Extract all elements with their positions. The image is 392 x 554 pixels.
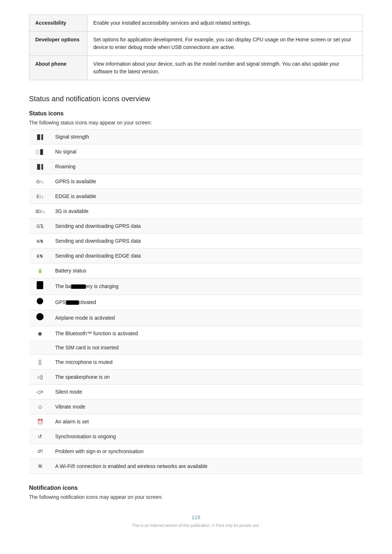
status-icon-row: ░▐▌ No signal xyxy=(29,144,363,159)
airplane-mode-icon xyxy=(29,310,51,326)
section-title: Status and notification icons overview xyxy=(29,95,363,103)
status-icon-label: Sending and downloading GPRS data xyxy=(51,219,363,234)
status-icon-label: The Bluetooth™ function is activated xyxy=(51,326,363,341)
sim-not-inserted-icon xyxy=(29,341,51,355)
status-icon-label: The SIM card is not inserted xyxy=(51,341,363,355)
status-icon-row: 3G↑↓ 3G is available xyxy=(29,204,363,219)
page-number: 119 xyxy=(29,514,363,520)
status-icon-label: A Wi-Fi® connection is enabled and wirel… xyxy=(51,459,363,474)
signal-strength-icon: ▐▌▌ xyxy=(29,130,51,144)
notification-icons-subtitle: Notification icons xyxy=(29,485,363,491)
status-icon-row: ◇ Vibrate mode xyxy=(29,399,363,414)
status-icon-label: Battery status xyxy=(51,263,363,278)
status-icon-row: ▐▌▌ Signal strength xyxy=(29,130,363,144)
status-icon-row: ⏰ An alarm is set xyxy=(29,414,363,429)
status-icon-row: ≋ A Wi-Fi® connection is enabled and wir… xyxy=(29,459,363,474)
settings-row: Accessibility Enable your installed acce… xyxy=(29,15,363,32)
status-icon-row: G⇅ Sending and downloading GPRS data xyxy=(29,234,363,249)
status-icon-row: 🔋 Battery status xyxy=(29,263,363,278)
status-icons-subtitle: Status icons xyxy=(29,110,363,117)
status-icon-label: GPRS is available xyxy=(51,174,363,189)
status-icon-label: The microphone is muted xyxy=(51,355,363,370)
status-icon-label: Signal strength xyxy=(51,130,363,144)
status-icons-table: ▐▌▌ Signal strength ░▐▌ No signal ▐▌▌ Ro… xyxy=(29,129,363,474)
status-icon-label: Sending and downloading GPRS data xyxy=(51,234,363,249)
status-icon-row: G⇅ Sending and downloading GPRS data xyxy=(29,219,363,234)
alarm-set-icon: ⏰ xyxy=(29,414,51,429)
notification-icons-section: Notification icons The following notific… xyxy=(29,485,363,500)
status-icon-row: ↺! Problem with sign-in or synchronisati… xyxy=(29,444,363,459)
status-icon-label: The baery is charging xyxy=(51,278,363,295)
no-signal-icon: ░▐▌ xyxy=(29,144,51,159)
settings-description: View information about your device, such… xyxy=(87,56,363,80)
status-icon-label: Problem with sign-in or synchronisation xyxy=(51,444,363,459)
settings-description: Enable your installed accessibility serv… xyxy=(87,15,363,32)
speakerphone-icon: ◁) xyxy=(29,370,51,385)
status-icon-label: EDGE is available xyxy=(51,189,363,204)
roaming-icon: ▐▌▌ xyxy=(29,159,51,174)
status-icon-label: Silent mode xyxy=(51,385,363,399)
notification-icons-intro: The following notification icons may app… xyxy=(29,494,363,500)
status-icon-label: No signal xyxy=(51,144,363,159)
gps-activated-icon xyxy=(29,295,51,310)
status-icons-intro: The following status icons may appear on… xyxy=(29,120,363,126)
vibrate-mode-icon: ◇ xyxy=(29,399,51,414)
settings-label: About phone xyxy=(29,56,87,80)
status-icon-label: Synchronisation is ongoing xyxy=(51,429,363,444)
footer-text: This is an Internet version of this publ… xyxy=(29,523,363,528)
silent-mode-icon: ◁× xyxy=(29,385,51,399)
3g-available-icon: 3G↑↓ xyxy=(29,204,51,219)
status-icon-row: ◉ The Bluetooth™ function is activated xyxy=(29,326,363,341)
3g-active-icon: E⇅ xyxy=(29,249,51,263)
status-icon-label: The speakerphone is on xyxy=(51,370,363,385)
status-icon-label: Sending and downloading EDGE data xyxy=(51,249,363,263)
status-icon-label: An alarm is set xyxy=(51,414,363,429)
battery-charging-icon xyxy=(29,278,51,295)
status-icons-section: Status icons The following status icons … xyxy=(29,110,363,474)
status-icon-row: E⇅ Sending and downloading EDGE data xyxy=(29,249,363,263)
settings-label: Developer options xyxy=(29,32,87,56)
sync-problem-icon: ↺! xyxy=(29,444,51,459)
status-icon-row: The baery is charging xyxy=(29,278,363,295)
status-icon-row: G↑↓ GPRS is available xyxy=(29,174,363,189)
status-icon-row: ◁× Silent mode xyxy=(29,385,363,399)
status-icon-label: GPSctivated xyxy=(51,295,363,310)
edge-available-icon: E↑↓ xyxy=(29,189,51,204)
sync-ongoing-icon: ↺ xyxy=(29,429,51,444)
status-icon-label: Vibrate mode xyxy=(51,399,363,414)
status-icon-row: Airplane mode is activated xyxy=(29,310,363,326)
wifi-icon: ≋ xyxy=(29,459,51,474)
battery-status-icon: 🔋 xyxy=(29,263,51,278)
status-icon-label: Airplane mode is activated xyxy=(51,310,363,326)
gprs-available-icon: G↑↓ xyxy=(29,174,51,189)
status-icon-row: GPSctivated xyxy=(29,295,363,310)
settings-row: Developer options Set options for applic… xyxy=(29,32,363,56)
status-icon-row: ↺ Synchronisation is ongoing xyxy=(29,429,363,444)
edge-active-icon: G⇅ xyxy=(29,234,51,249)
bluetooth-icon: ◉ xyxy=(29,326,51,341)
settings-row: About phone View information about your … xyxy=(29,56,363,80)
microphone-muted-icon: ⣿ xyxy=(29,355,51,370)
status-icon-row: ◁) The speakerphone is on xyxy=(29,370,363,385)
status-icon-row: ▐▌▌ Roaming xyxy=(29,159,363,174)
status-icon-row: The SIM card is not inserted xyxy=(29,341,363,355)
status-icon-row: E↑↓ EDGE is available xyxy=(29,189,363,204)
status-icon-label: Roaming xyxy=(51,159,363,174)
gprs-active-icon: G⇅ xyxy=(29,219,51,234)
settings-description: Set options for application development.… xyxy=(87,32,363,56)
status-icon-label: 3G is available xyxy=(51,204,363,219)
settings-label: Accessibility xyxy=(29,15,87,32)
status-icon-row: ⣿ The microphone is muted xyxy=(29,355,363,370)
settings-table: Accessibility Enable your installed acce… xyxy=(29,15,363,80)
